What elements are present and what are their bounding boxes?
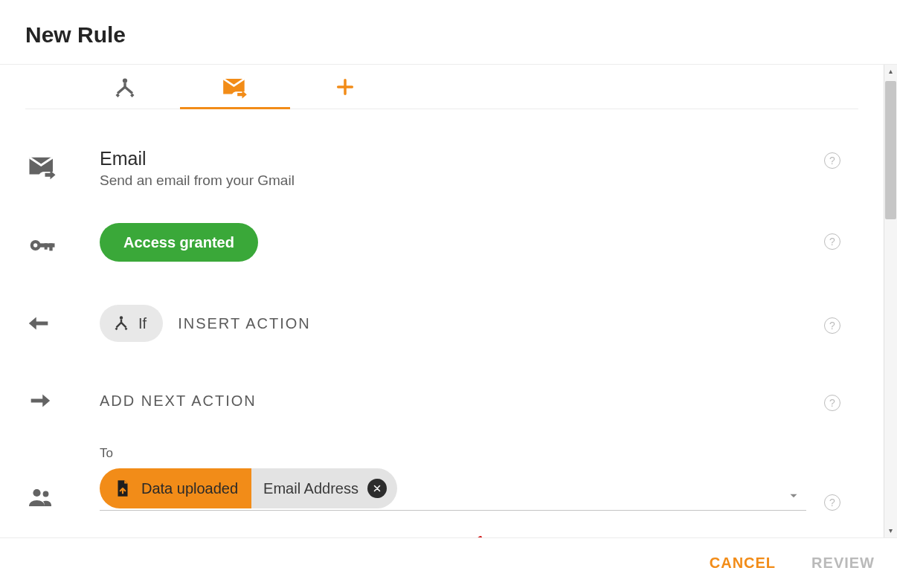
svg-rect-4 xyxy=(49,243,52,251)
scroll-down-icon[interactable]: ▾ xyxy=(884,524,897,537)
email-title: Email xyxy=(100,148,806,169)
access-row: Access granted ? xyxy=(25,223,858,262)
scrollbar[interactable]: ▴ ▾ xyxy=(884,65,897,537)
previous-row-icon xyxy=(25,311,100,336)
next-help-wrap: ? xyxy=(806,390,858,411)
if-condition-pill[interactable]: If xyxy=(100,305,163,342)
tab-bar xyxy=(25,65,858,109)
help-icon[interactable]: ? xyxy=(824,233,840,250)
tab-trigger[interactable] xyxy=(70,65,180,109)
dialog-footer: CANCEL REVIEW xyxy=(0,537,897,588)
cancel-button[interactable]: CANCEL xyxy=(710,555,776,572)
new-rule-dialog: New Rule xyxy=(0,0,897,588)
to-help-wrap: ? xyxy=(806,465,858,511)
svg-point-6 xyxy=(120,316,123,319)
previous-row-body: If INSERT ACTION xyxy=(100,305,806,342)
to-label: To xyxy=(100,446,806,461)
email-row-body: Email Send an email from your Gmail xyxy=(100,148,806,189)
people-icon xyxy=(27,484,54,511)
arrow-left-icon xyxy=(27,311,52,336)
email-row-icon xyxy=(25,148,100,182)
content: Email Send an email from your Gmail ? xyxy=(0,65,884,537)
next-action-row: ADD NEXT ACTION ? xyxy=(25,388,858,413)
key-icon xyxy=(27,230,57,260)
dialog-title: New Rule xyxy=(25,22,897,48)
plus-icon xyxy=(335,77,356,97)
access-row-body: Access granted xyxy=(100,223,806,262)
remove-chip-icon[interactable] xyxy=(367,479,387,498)
to-chip-source: Data uploaded xyxy=(100,468,251,508)
dialog-header: New Rule xyxy=(0,0,897,64)
svg-point-7 xyxy=(33,489,40,497)
file-upload-icon xyxy=(113,479,132,498)
access-granted-label: Access granted xyxy=(123,234,234,251)
next-row-body: ADD NEXT ACTION xyxy=(100,392,806,410)
to-chip-field: Email Address xyxy=(251,468,397,508)
previous-help-wrap: ? xyxy=(806,313,858,334)
email-forward-icon xyxy=(221,73,249,101)
annotation-arrow xyxy=(448,536,530,537)
review-button: REVIEW xyxy=(811,555,875,572)
access-row-icon xyxy=(25,223,100,260)
scroll-area: Email Send an email from your Gmail ? xyxy=(0,65,897,537)
help-icon[interactable]: ? xyxy=(824,395,840,411)
tab-add[interactable] xyxy=(290,65,400,109)
access-help-wrap: ? xyxy=(806,223,858,250)
to-field[interactable]: Data uploaded Email Address xyxy=(100,468,806,511)
email-help-wrap: ? xyxy=(806,148,858,169)
access-granted-chip[interactable]: Access granted xyxy=(100,223,258,262)
scroll-up-icon[interactable]: ▴ xyxy=(884,65,897,78)
help-icon[interactable]: ? xyxy=(824,494,840,511)
previous-action-row: If INSERT ACTION ? xyxy=(25,305,858,342)
to-row-body: To Data uploaded xyxy=(100,446,806,511)
email-row: Email Send an email from your Gmail ? xyxy=(25,148,858,189)
if-label: If xyxy=(138,315,147,332)
insert-action-label[interactable]: INSERT ACTION xyxy=(178,315,311,332)
chevron-down-icon xyxy=(787,489,800,503)
to-chip-source-label: Data uploaded xyxy=(141,480,238,497)
to-row-icon xyxy=(25,460,100,511)
x-icon xyxy=(373,484,382,493)
to-row: To Data uploaded xyxy=(25,446,858,511)
svg-rect-5 xyxy=(45,243,48,249)
help-icon[interactable]: ? xyxy=(824,317,840,334)
tab-email[interactable] xyxy=(180,65,290,109)
trigger-icon xyxy=(112,74,138,100)
to-chip[interactable]: Data uploaded Email Address xyxy=(100,468,397,508)
svg-point-8 xyxy=(43,491,49,497)
svg-point-0 xyxy=(123,78,127,83)
next-row-icon xyxy=(25,388,100,413)
scroll-thumb[interactable] xyxy=(885,81,896,219)
help-icon[interactable]: ? xyxy=(824,152,840,169)
arrow-right-icon xyxy=(27,388,52,413)
to-dropdown-icon[interactable] xyxy=(787,489,800,505)
svg-point-2 xyxy=(33,243,37,247)
envelope-forward-icon xyxy=(27,151,58,182)
email-desc: Send an email from your Gmail xyxy=(100,172,806,189)
branch-icon xyxy=(112,314,131,333)
add-next-action[interactable]: ADD NEXT ACTION xyxy=(100,392,257,409)
to-chip-field-label: Email Address xyxy=(263,480,359,497)
